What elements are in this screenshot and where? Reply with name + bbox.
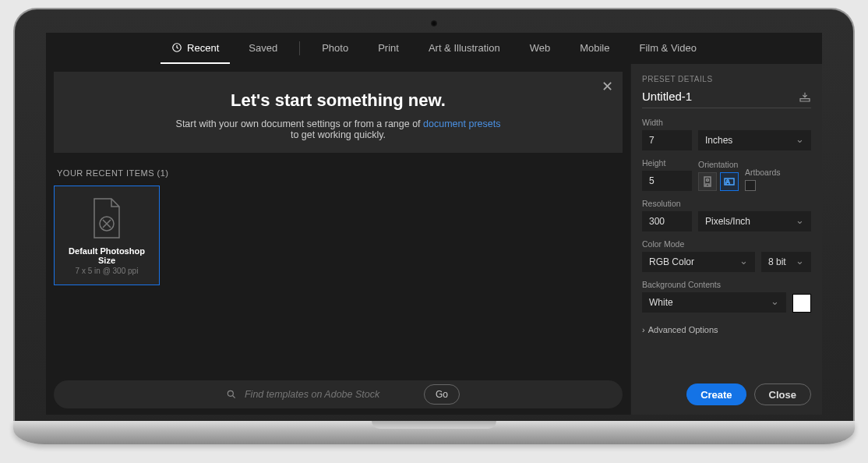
- recent-items-heading: YOUR RECENT ITEMS (1): [57, 168, 623, 178]
- document-name-input[interactable]: [642, 90, 759, 103]
- artboards-label: Artboards: [745, 168, 781, 177]
- camera-dot: [431, 20, 437, 27]
- close-icon[interactable]: ✕: [602, 78, 613, 95]
- main-area: ✕ Let's start something new. Start with …: [46, 64, 630, 415]
- hero-title: Let's start something new.: [69, 90, 607, 111]
- chevron-right-icon: ›: [642, 325, 645, 334]
- advanced-options-toggle[interactable]: › Advanced Options: [642, 325, 811, 334]
- file-icon: [87, 196, 126, 240]
- tab-label: Photo: [322, 42, 348, 54]
- tab-film[interactable]: Film & Video: [628, 33, 707, 64]
- tab-label: Film & Video: [639, 42, 696, 54]
- background-label: Background Contents: [642, 280, 811, 289]
- tab-label: Recent: [187, 42, 219, 54]
- tab-photo[interactable]: Photo: [311, 33, 359, 64]
- height-label: Height: [642, 158, 692, 168]
- units-select[interactable]: Inches: [698, 130, 811, 150]
- width-label: Width: [642, 118, 811, 127]
- hero-banner: ✕ Let's start something new. Start with …: [54, 72, 623, 153]
- hero-subtitle: Start with your own document settings or…: [69, 118, 607, 140]
- orientation-portrait-button[interactable]: [698, 172, 717, 191]
- tab-label: Art & Illustration: [429, 42, 500, 54]
- resolution-label: Resolution: [642, 199, 811, 208]
- save-preset-icon[interactable]: [799, 91, 811, 102]
- document-presets-link[interactable]: document presets: [423, 118, 500, 129]
- laptop-base: [13, 421, 855, 444]
- svg-point-2: [228, 391, 233, 396]
- orientation-label: Orientation: [698, 160, 739, 169]
- preset-name: Default Photoshop Size: [61, 246, 153, 265]
- svg-point-4: [707, 179, 709, 182]
- create-button[interactable]: Create: [686, 383, 746, 405]
- search-icon: [226, 389, 237, 400]
- go-button[interactable]: Go: [424, 384, 460, 405]
- resolution-input[interactable]: [642, 211, 692, 231]
- search-bar: Go: [54, 380, 623, 408]
- bit-depth-select[interactable]: 8 bit: [761, 252, 811, 272]
- tab-print[interactable]: Print: [367, 33, 410, 64]
- laptop-notch: [372, 421, 496, 429]
- tab-art[interactable]: Art & Illustration: [418, 33, 511, 64]
- resolution-units-select[interactable]: Pixels/Inch: [698, 211, 811, 231]
- height-input[interactable]: [642, 171, 692, 191]
- background-swatch[interactable]: [792, 294, 811, 313]
- category-tabs: Recent Saved Photo Print Art & Illustrat…: [46, 33, 822, 64]
- tab-label: Print: [378, 42, 399, 54]
- svg-point-6: [727, 180, 729, 182]
- panel-heading: PRESET DETAILS: [642, 75, 811, 83]
- close-button[interactable]: Close: [754, 383, 811, 405]
- tab-label: Web: [530, 42, 551, 54]
- divider: [299, 41, 300, 55]
- preset-card[interactable]: Default Photoshop Size 7 x 5 in @ 300 pp…: [54, 186, 160, 285]
- tab-recent[interactable]: Recent: [161, 33, 230, 64]
- search-input[interactable]: [245, 389, 416, 400]
- tab-label: Saved: [249, 42, 277, 54]
- background-select[interactable]: White: [642, 292, 786, 313]
- clock-icon: [171, 42, 182, 53]
- tab-label: Mobile: [580, 42, 609, 54]
- tab-mobile[interactable]: Mobile: [569, 33, 620, 64]
- width-input[interactable]: [642, 130, 692, 150]
- app-window: Recent Saved Photo Print Art & Illustrat…: [46, 33, 822, 415]
- tab-web[interactable]: Web: [519, 33, 562, 64]
- preset-details-panel: PRESET DETAILS Width Inches: [630, 64, 822, 415]
- artboards-checkbox[interactable]: [745, 180, 756, 191]
- color-mode-select[interactable]: RGB Color: [642, 252, 755, 272]
- preset-dimensions: 7 x 5 in @ 300 ppi: [76, 267, 139, 275]
- recent-items-grid: Default Photoshop Size 7 x 5 in @ 300 pp…: [54, 186, 623, 285]
- color-mode-label: Color Mode: [642, 239, 811, 249]
- tab-saved[interactable]: Saved: [238, 33, 288, 64]
- orientation-landscape-button[interactable]: [720, 172, 739, 191]
